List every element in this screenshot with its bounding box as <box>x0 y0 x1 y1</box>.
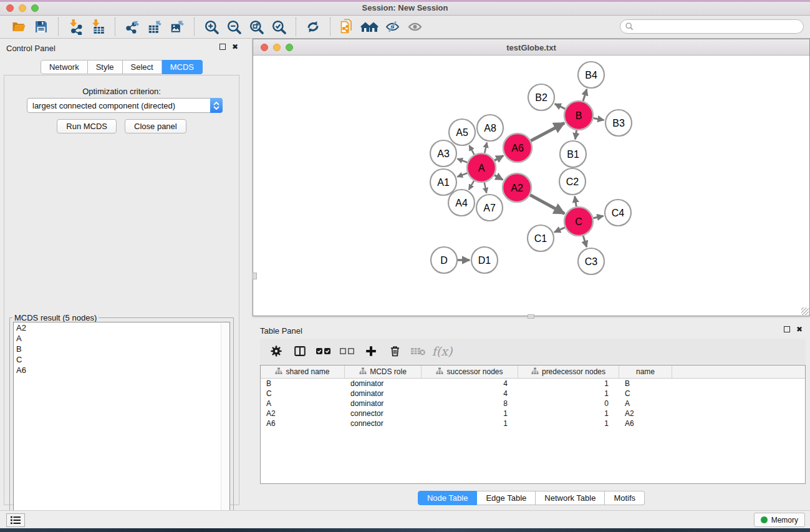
column-header-MCDS-role[interactable]: MCDS role <box>345 365 422 378</box>
float-table-panel-icon[interactable] <box>784 326 790 332</box>
delete-table-icon[interactable] <box>408 342 428 360</box>
result-item[interactable]: A6 <box>14 365 229 375</box>
mcds-result-list[interactable]: A2ABCA6 <box>13 322 230 528</box>
resize-grip-icon[interactable] <box>801 307 809 315</box>
memory-button[interactable]: Memory <box>754 513 805 527</box>
column-header-filler <box>672 365 805 378</box>
graph-node-A8[interactable]: A8 <box>477 115 503 141</box>
table-tabs: Node TableEdge TableNetwork TableMotifs <box>253 491 810 505</box>
search-input[interactable] <box>634 21 803 32</box>
zoom-out-icon[interactable] <box>223 17 244 36</box>
edge-A-A5 <box>469 145 474 155</box>
first-neighbors-icon[interactable] <box>359 17 380 36</box>
float-panel-icon[interactable] <box>219 44 226 50</box>
graph-node-A3[interactable]: A3 <box>430 140 456 167</box>
column-header-name[interactable]: name <box>619 365 672 378</box>
close-panel-icon[interactable]: ✖ <box>232 44 238 50</box>
result-item[interactable]: A2 <box>14 322 229 333</box>
column-header-shared-name[interactable]: shared name <box>261 365 345 378</box>
edge-A-A8 <box>485 142 487 153</box>
graph-node-D1[interactable]: D1 <box>471 247 498 273</box>
graph-node-D[interactable]: D <box>431 247 457 273</box>
apply-layout-icon[interactable] <box>302 17 324 36</box>
open-file-icon[interactable] <box>8 17 29 36</box>
close-table-panel-icon[interactable]: ✖ <box>796 326 803 332</box>
function-builder-icon[interactable]: f(x) <box>432 342 452 360</box>
graph-node-B4[interactable]: B4 <box>578 62 604 88</box>
graph-node-B[interactable]: B <box>564 101 593 130</box>
result-item[interactable]: C <box>14 354 229 365</box>
toolbar-separator <box>115 17 115 36</box>
tab-node-table[interactable]: Node Table <box>418 491 478 505</box>
bottom-splitter-grip[interactable] <box>528 314 534 319</box>
export-network-icon[interactable] <box>122 17 143 36</box>
zoom-fit-icon[interactable] <box>246 17 267 36</box>
graph-node-A2[interactable]: A2 <box>503 173 531 202</box>
result-item[interactable]: B <box>14 344 229 354</box>
tab-edge-table[interactable]: Edge Table <box>477 491 536 505</box>
left-splitter-grip[interactable] <box>253 273 257 279</box>
task-history-button[interactable] <box>6 513 25 527</box>
show-column-panel-icon[interactable] <box>290 342 310 360</box>
graph-node-C[interactable]: C <box>564 207 593 236</box>
table-row[interactable]: Adominator80A <box>261 399 805 409</box>
table-settings-gear-icon[interactable] <box>266 342 286 360</box>
control-panel: Control Panel ✖ NetworkStyleSelectMCDS O… <box>0 39 243 510</box>
table-cell: connector <box>345 409 422 418</box>
tab-network[interactable]: Network <box>41 60 88 74</box>
table-row[interactable]: A6connector11A6 <box>261 418 805 428</box>
svg-text:C3: C3 <box>585 256 598 267</box>
edge-C-C4 <box>593 216 603 218</box>
zoom-in-icon[interactable] <box>201 17 222 36</box>
table-row[interactable]: A2connector11A2 <box>261 409 805 418</box>
show-hide-graphics-details-icon[interactable] <box>382 17 403 36</box>
result-item[interactable]: A <box>14 333 229 344</box>
window-title: Session: New Session <box>0 3 810 12</box>
tab-mcds[interactable]: MCDS <box>162 60 203 74</box>
tab-motifs[interactable]: Motifs <box>605 491 645 505</box>
memory-status-icon <box>761 516 768 523</box>
edge-A-A6 <box>494 156 503 161</box>
tab-network-table[interactable]: Network Table <box>536 491 605 505</box>
panel-splitter[interactable] <box>243 39 253 510</box>
graph-node-A5[interactable]: A5 <box>449 119 475 145</box>
graph-node-C4[interactable]: C4 <box>605 200 631 226</box>
graph-node-B3[interactable]: B3 <box>605 110 632 136</box>
network-canvas[interactable]: B4B2BB3A8A5A6A3B1AA1C2A2A4A7C4CC1C3DD1 <box>253 56 809 316</box>
search-box[interactable] <box>620 19 804 34</box>
graph-node-A4[interactable]: A4 <box>448 190 475 216</box>
column-header-successor-nodes[interactable]: successor nodes <box>422 365 518 378</box>
graph-node-C1[interactable]: C1 <box>528 225 554 251</box>
unselect-all-columns-icon[interactable] <box>337 342 357 360</box>
table-cell: C <box>619 389 672 399</box>
graph-node-A1[interactable]: A1 <box>430 169 456 195</box>
close-panel-button[interactable]: Close panel <box>125 119 186 133</box>
graph-node-B1[interactable]: B1 <box>560 141 586 167</box>
tab-select[interactable]: Select <box>123 60 162 74</box>
zoom-selected-icon[interactable] <box>268 17 289 36</box>
run-mcds-button[interactable]: Run MCDS <box>57 119 117 133</box>
delete-column-trash-icon[interactable] <box>385 342 405 360</box>
table-row[interactable]: Cdominator41C <box>261 389 805 399</box>
table-row[interactable]: Bdominator41B <box>261 379 805 389</box>
new-network-from-selection-icon[interactable] <box>337 17 358 36</box>
column-header-predecessor-nodes[interactable]: predecessor nodes <box>518 365 619 378</box>
graph-node-B2[interactable]: B2 <box>528 84 554 110</box>
graph-node-A6[interactable]: A6 <box>503 133 532 162</box>
graph-node-A[interactable]: A <box>467 153 496 182</box>
import-network-icon[interactable] <box>65 17 86 36</box>
import-table-icon[interactable] <box>87 17 108 36</box>
graph-node-C3[interactable]: C3 <box>578 248 604 274</box>
eye-icon[interactable] <box>404 17 425 36</box>
export-image-icon[interactable] <box>166 17 188 36</box>
export-table-icon[interactable] <box>144 17 165 36</box>
save-session-icon[interactable] <box>31 17 52 36</box>
svg-text:B: B <box>576 110 582 121</box>
create-column-plus-icon[interactable] <box>361 342 381 360</box>
tab-style[interactable]: Style <box>88 60 123 74</box>
graph-node-A7[interactable]: A7 <box>476 195 503 221</box>
graph-node-C2[interactable]: C2 <box>559 168 586 195</box>
select-all-columns-icon[interactable] <box>314 342 334 360</box>
optimization-criterion-select[interactable]: largest connected component (directed) <box>27 98 223 113</box>
result-scrollbar[interactable] <box>221 323 229 528</box>
